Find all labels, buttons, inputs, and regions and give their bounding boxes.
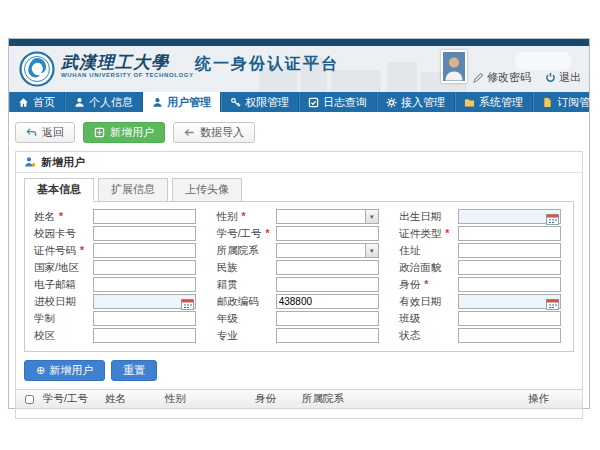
entry-date-input[interactable] [94, 295, 195, 308]
field-student-id: 学号/工号 * [208, 225, 391, 242]
university-name-cn: 武漢理工大學 [61, 52, 194, 72]
gender-input[interactable] [277, 210, 365, 223]
identity-input-wrap [458, 277, 561, 292]
email-input-wrap [93, 277, 196, 292]
nav-item-permissions[interactable]: 权限管理 [221, 92, 299, 112]
nav-item-users[interactable]: 用户管理 [143, 92, 221, 112]
university-logo-icon [19, 51, 55, 87]
toolbar-add-user-button[interactable]: 新增用户 [83, 122, 165, 143]
country-input[interactable] [94, 261, 195, 274]
field-label: 学号/工号 * [217, 227, 276, 241]
form-actions: ⊕ 新增用户 重置 [16, 352, 582, 389]
birth-date-input[interactable] [459, 210, 560, 223]
nav-item-access[interactable]: 接入管理 [377, 92, 455, 112]
postal-code-input[interactable] [277, 295, 378, 308]
header: 武漢理工大學 WUHAN UNIVERSITY OF TECHNOLOGY 统一… [9, 46, 589, 92]
name-input[interactable] [94, 210, 195, 223]
data-import-button[interactable]: 数据导入 [173, 122, 255, 143]
identity-input[interactable] [459, 278, 560, 291]
folder-icon [464, 97, 475, 108]
field-label: 所属院系 [217, 244, 276, 258]
field-identity: 身份 * [390, 276, 573, 293]
address-input[interactable] [459, 244, 560, 257]
plus-circle-icon: ⊕ [36, 365, 45, 376]
tab-avatar[interactable]: 上传头像 [172, 178, 242, 202]
tab-basic[interactable]: 基本信息 [24, 178, 94, 202]
school-years-input[interactable] [94, 312, 195, 325]
nav-item-subscription[interactable]: 订阅管理 [533, 92, 600, 112]
field-label: 姓名 * [34, 210, 93, 224]
card-no-input-wrap [93, 226, 196, 241]
nav-item-home[interactable]: 首页 [9, 92, 65, 112]
submit-add-user-button[interactable]: ⊕ 新增用户 [24, 360, 105, 381]
field-id-number: 证件号码 * [25, 242, 208, 259]
key-icon [230, 97, 241, 108]
country-input-wrap [93, 260, 196, 275]
select-all-checkbox[interactable] [25, 395, 34, 404]
logout-link[interactable]: 退出 [545, 70, 581, 85]
valid-date-input[interactable] [459, 295, 560, 308]
tab-extend[interactable]: 扩展信息 [98, 178, 168, 202]
campus-input-wrap [93, 328, 196, 343]
field-name: 姓名 * [25, 208, 208, 225]
school-years-input-wrap [93, 311, 196, 326]
change-password-link[interactable]: 修改密码 [473, 70, 531, 85]
building-silhouette [515, 52, 571, 70]
calendar-icon[interactable] [546, 211, 559, 222]
field-label: 班级 [399, 312, 458, 326]
campus-input[interactable] [94, 329, 195, 342]
power-icon [545, 72, 556, 83]
table-column-header: 性别 [162, 392, 252, 406]
reset-button[interactable]: 重置 [111, 360, 157, 381]
user-avatar[interactable] [441, 50, 467, 83]
reset-label: 重置 [123, 363, 145, 378]
table-column-header: 操作 [525, 392, 582, 406]
field-label: 专业 [217, 329, 276, 343]
field-label: 籍贯 [217, 278, 276, 292]
native-place-input[interactable] [277, 278, 378, 291]
building-silhouette [387, 62, 417, 92]
select-all-cell [16, 395, 40, 404]
users-table-empty-row [16, 409, 582, 418]
email-input[interactable] [94, 278, 195, 291]
form-grid: 姓名 *性别 *▾出生日期校园卡号学号/工号 *证件类型 *证件号码 *所属院系… [25, 208, 573, 344]
nav-item-system[interactable]: 系统管理 [455, 92, 533, 112]
politics-input[interactable] [459, 261, 560, 274]
nav-item-logs[interactable]: 日志查询 [299, 92, 377, 112]
field-label: 状态 [399, 329, 458, 343]
major-input-wrap [276, 328, 379, 343]
entry-date-input-wrap [93, 294, 196, 309]
field-label: 出生日期 [399, 210, 458, 224]
id-number-input[interactable] [94, 244, 195, 257]
back-button[interactable]: 返回 [15, 122, 75, 143]
field-label: 国家/地区 [34, 261, 93, 275]
field-label: 校园卡号 [34, 227, 93, 241]
class-input[interactable] [459, 312, 560, 325]
major-input[interactable] [277, 329, 378, 342]
department-input[interactable] [277, 244, 365, 257]
platform-title: 统一身份认证平台 [195, 54, 339, 75]
panel-title-row: 新增用户 [16, 152, 582, 173]
student-id-input[interactable] [277, 227, 378, 240]
nav-item-label: 首页 [33, 95, 55, 110]
nav-item-profile[interactable]: 个人信息 [65, 92, 143, 112]
grade-input[interactable] [277, 312, 378, 325]
calendar-icon[interactable] [546, 296, 559, 307]
field-politics: 政治面貌 [390, 259, 573, 276]
status-input[interactable] [459, 329, 560, 342]
card-no-input[interactable] [94, 227, 195, 240]
add-user-panel: 新增用户 基本信息扩展信息上传头像 姓名 *性别 *▾出生日期校园卡号学号/工号… [15, 151, 583, 419]
chevron-down-icon[interactable]: ▾ [365, 210, 378, 223]
table-column-header: 姓名 [102, 392, 162, 406]
field-school-years: 学制 [25, 310, 208, 327]
class-input-wrap [458, 311, 561, 326]
chevron-down-icon[interactable]: ▾ [365, 244, 378, 257]
student-id-input-wrap [276, 226, 379, 241]
university-name-block: 武漢理工大學 WUHAN UNIVERSITY OF TECHNOLOGY [61, 52, 194, 78]
id-type-input[interactable] [459, 227, 560, 240]
user-icon [152, 97, 163, 108]
ethnicity-input[interactable] [277, 261, 378, 274]
info-tabs: 基本信息扩展信息上传头像 [16, 173, 582, 202]
calendar-icon[interactable] [181, 296, 194, 307]
field-label: 年级 [217, 312, 276, 326]
